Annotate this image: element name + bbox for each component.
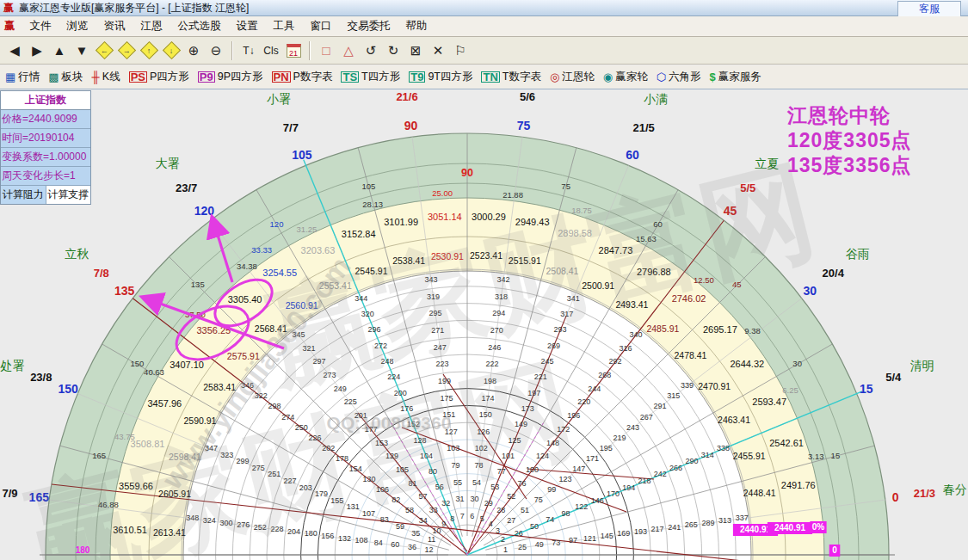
highlight-value: 0% — [812, 522, 825, 532]
spiral-number: 244 — [588, 385, 601, 393]
boxed-x-icon[interactable]: ⊠ — [405, 40, 426, 61]
menu-item-8[interactable]: 窗口 — [303, 17, 340, 35]
spiral-number: 99 — [547, 485, 556, 494]
t-square-button[interactable]: TST四方形 — [341, 70, 400, 84]
price-outer: 2593.47 — [752, 397, 786, 407]
menu-item-2[interactable]: 浏览 — [59, 17, 96, 35]
pan-left-icon[interactable]: ← — [94, 40, 114, 61]
menu-item-9[interactable]: 交易委托 — [340, 17, 398, 35]
window-title: 赢家江恩专业版[赢家服务平台] - [上证指数 江恩轮] — [19, 1, 249, 15]
spiral-number: 11 — [428, 535, 435, 544]
spiral-number: 6 — [470, 512, 474, 520]
app-logo: 赢 — [3, 1, 14, 15]
quotes-button[interactable]: ▦行情 — [5, 70, 40, 84]
menu-item-7[interactable]: 工具 — [266, 17, 303, 35]
zoom-in-icon[interactable]: ⊕ — [183, 40, 204, 61]
price-inner: 2478.41 — [675, 350, 707, 360]
pan-down-icon[interactable]: ↓ — [161, 40, 182, 61]
spiral-number: 1 — [503, 545, 508, 554]
sectors-button[interactable]: ▩板块 — [48, 70, 83, 84]
calendar-icon[interactable]: 21 — [283, 40, 304, 61]
menu-item-10[interactable]: 帮助 — [398, 17, 435, 35]
fraction-number: 3.13 — [808, 452, 824, 461]
spiral-number: 217 — [651, 525, 664, 533]
triangle-tool-icon[interactable]: △ — [338, 40, 359, 61]
rotate-ccw-icon[interactable]: ↺ — [361, 40, 381, 61]
spiral-number: 84 — [374, 538, 383, 547]
rotate-cw-icon[interactable]: ↻ — [383, 40, 404, 61]
calc-support-button[interactable]: 计算支撑 — [46, 186, 91, 204]
calc-resistance-button[interactable]: 计算阻力 — [1, 186, 46, 204]
wheel-annotation: 江恩轮中轮 120度3305点 135度3356点 — [787, 103, 912, 178]
menu-item-5[interactable]: 公式选股 — [170, 17, 229, 35]
hexagon-button[interactable]: ⬡六角形 — [657, 70, 701, 84]
spiral-number: 298 — [268, 402, 281, 410]
toolbar-label: P四方形 — [150, 70, 189, 84]
menu-item-4[interactable]: 江恩 — [133, 17, 170, 35]
menu-bar: 赢 文件浏览资讯江恩公式选股设置工具窗口交易委托帮助 — [0, 16, 968, 37]
menu-item-6[interactable]: 设置 — [229, 17, 266, 35]
winner-wheel-icon: ◉ — [603, 71, 613, 83]
spiral-number: 9 — [441, 520, 446, 528]
spiral-number: 340 — [630, 330, 643, 339]
kline-button[interactable]: ╫K线 — [92, 70, 120, 84]
up-icon[interactable]: ▲ — [49, 40, 70, 61]
toolbar-label: T四方形 — [361, 70, 400, 84]
fraction-number: 43.75 — [114, 432, 135, 441]
cls-button[interactable]: Cls — [261, 40, 281, 61]
flag-icon[interactable]: ⚐ — [450, 40, 471, 61]
winner-service-button[interactable]: $赢家服务 — [710, 70, 761, 84]
menu-item-1[interactable]: 文件 — [22, 17, 59, 35]
spiral-number: 97 — [569, 536, 577, 545]
solar-term-label: 谷雨 — [846, 247, 870, 261]
price-inner: 2470.91 — [698, 381, 731, 391]
coefficient-row: 变换系数=1.00000 — [1, 148, 90, 167]
pan-right-icon[interactable]: → — [116, 40, 137, 61]
solar-term-label: 清明 — [909, 359, 934, 372]
watermark-qq: QQ:100800360 — [327, 413, 452, 433]
spiral-number: 156 — [321, 532, 334, 540]
forward-icon[interactable]: ▶ — [27, 40, 47, 61]
spiral-number: 339 — [681, 381, 694, 390]
spiral-number: 52 — [507, 492, 515, 501]
square-tool-icon[interactable]: □ — [316, 40, 336, 61]
spiral-number: 243 — [626, 423, 639, 432]
spiral-number: 28 — [496, 506, 505, 514]
fraction-number: 21.88 — [502, 190, 523, 200]
p-square-button[interactable]: PSP四方形 — [129, 70, 189, 84]
toolbar-label: 赢家服务 — [718, 70, 761, 84]
spiral-number: 74 — [546, 515, 554, 524]
gann-wheel-button[interactable]: ◎江恩轮 — [550, 70, 595, 84]
kline-icon: ╫ — [92, 71, 100, 83]
crosshair-icon[interactable]: ✕ — [428, 40, 448, 61]
spiral-number: 49 — [535, 540, 544, 549]
t-shift-icon[interactable]: T↓ — [238, 40, 259, 61]
customer-service-button[interactable]: 客服 — [897, 1, 961, 18]
menu-item-3[interactable]: 资讯 — [96, 17, 133, 35]
spiral-number: 292 — [608, 357, 621, 366]
degree-outside-label: 15 — [860, 382, 873, 396]
degree-ring-number: 75 — [561, 182, 570, 191]
p-table-button[interactable]: PNP数字表 — [272, 70, 333, 84]
price-inner: 2448.41 — [743, 488, 776, 498]
zoom-out-icon[interactable]: ⊖ — [206, 40, 226, 61]
t-table-button[interactable]: TNT数字表 — [481, 70, 540, 84]
toolbar-label: T数字表 — [502, 70, 541, 84]
spiral-number: 34 — [419, 516, 428, 525]
9p-square-button[interactable]: P99P四方形 — [198, 70, 263, 84]
spiral-number: 220 — [577, 397, 590, 406]
down-icon[interactable]: ▼ — [71, 40, 92, 61]
index-name: 上证指数 — [1, 91, 90, 110]
price-outer: 3457.96 — [147, 398, 182, 409]
toolbar-label: 江恩轮 — [562, 70, 595, 84]
9t-square-icon: T9 — [409, 71, 425, 83]
pan-up-icon[interactable]: ↑ — [139, 40, 159, 61]
back-icon[interactable]: ◀ — [4, 40, 25, 61]
view-toolbar: ▦行情▩板块╫K线PSP四方形P99P四方形PNP数字表TST四方形T99T四方… — [0, 65, 968, 89]
winner-wheel-button[interactable]: ◉赢家轮 — [603, 70, 648, 84]
degree-outside-label: 0 — [892, 490, 899, 504]
9t-square-button[interactable]: T99T四方形 — [409, 70, 472, 84]
spiral-number: 27 — [507, 516, 515, 525]
spiral-number: 314 — [701, 451, 714, 459]
highlight-180: 180 — [76, 545, 90, 555]
